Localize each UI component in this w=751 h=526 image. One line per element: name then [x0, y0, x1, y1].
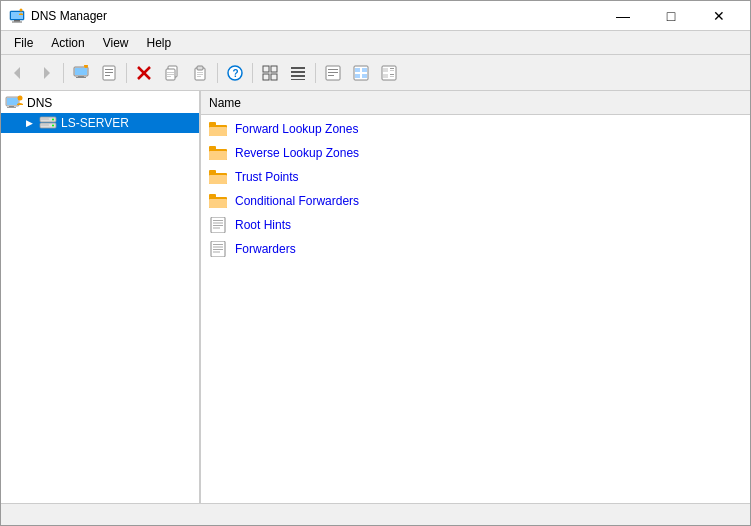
svg-rect-64: [41, 125, 49, 126]
svg-rect-14: [105, 72, 113, 73]
svg-rect-51: [383, 74, 388, 78]
svg-rect-82: [213, 220, 223, 221]
folder-icon-trust: [209, 168, 229, 186]
back-button[interactable]: [5, 60, 31, 86]
svg-rect-41: [328, 75, 334, 76]
toolbar-separator-3: [217, 63, 218, 83]
toolbar-separator-5: [315, 63, 316, 83]
list-item-root-hints[interactable]: Root Hints: [201, 213, 750, 237]
svg-rect-36: [291, 75, 305, 77]
svg-rect-30: [263, 66, 269, 72]
minimize-button[interactable]: —: [600, 2, 646, 30]
dns-root-icon: [5, 95, 23, 111]
svg-rect-44: [362, 68, 367, 72]
menu-bar: File Action View Help: [1, 31, 750, 55]
svg-rect-8: [75, 68, 87, 75]
svg-rect-3: [12, 21, 22, 22]
svg-point-60: [52, 119, 54, 121]
svg-rect-75: [209, 170, 216, 174]
svg-rect-53: [390, 76, 394, 77]
detail-panel: Name Forward Lookup Zones: [201, 91, 750, 503]
trust-points-label: Trust Points: [235, 170, 299, 184]
window-title: DNS Manager: [31, 9, 600, 23]
menu-help[interactable]: Help: [138, 33, 181, 53]
help-button[interactable]: ?: [222, 60, 248, 86]
svg-rect-43: [355, 68, 360, 72]
svg-rect-26: [197, 74, 203, 75]
svg-rect-35: [291, 71, 305, 73]
root-hints-label: Root Hints: [235, 218, 291, 232]
svg-rect-79: [209, 194, 216, 198]
content-area: DNS ▶ LS-SERVER: [1, 91, 750, 503]
server-label: LS-SERVER: [61, 116, 129, 130]
properties-button[interactable]: [96, 60, 122, 86]
forwarders-label: Forwarders: [235, 242, 296, 256]
toolbar-separator-1: [63, 63, 64, 83]
svg-rect-49: [390, 68, 394, 69]
icon-list-button-1[interactable]: [348, 60, 374, 86]
svg-rect-68: [210, 128, 226, 135]
delete-button[interactable]: [131, 60, 157, 86]
svg-rect-39: [328, 69, 338, 70]
show-node-button[interactable]: [68, 60, 94, 86]
dns-label: DNS: [27, 96, 52, 110]
maximize-button[interactable]: □: [648, 2, 694, 30]
app-window: DNS Manager — □ ✕ File Action View Help: [0, 0, 751, 526]
svg-rect-71: [209, 146, 216, 150]
list-item-reverse-lookup[interactable]: Reverse Lookup Zones: [201, 141, 750, 165]
expand-icon[interactable]: ▶: [21, 115, 37, 131]
list-item-forwarders[interactable]: Forwarders: [201, 237, 750, 261]
doc-icon-forwarders: [209, 240, 229, 258]
conditional-forwarders-label: Conditional Forwarders: [235, 194, 359, 208]
svg-rect-15: [105, 75, 110, 76]
svg-point-58: [18, 96, 23, 101]
svg-rect-85: [213, 228, 220, 229]
svg-rect-57: [7, 107, 16, 108]
svg-rect-84: [213, 225, 223, 226]
svg-rect-10: [76, 77, 86, 78]
toolbar-separator-2: [126, 63, 127, 83]
svg-rect-67: [209, 122, 216, 126]
svg-rect-76: [210, 176, 226, 183]
svg-rect-25: [197, 72, 203, 73]
svg-rect-56: [9, 106, 14, 107]
tree-node-ls-server[interactable]: ▶ LS-SERVER: [1, 113, 199, 133]
svg-rect-1: [11, 12, 23, 19]
svg-marker-6: [44, 67, 50, 79]
icon-list-button-2[interactable]: [376, 60, 402, 86]
svg-rect-90: [213, 252, 220, 253]
folder-icon-reverse: [209, 144, 229, 162]
folder-icon-conditional: [209, 192, 229, 210]
list-item-forward-lookup[interactable]: Forward Lookup Zones: [201, 117, 750, 141]
svg-rect-46: [362, 74, 367, 78]
view-list-button[interactable]: [285, 60, 311, 86]
tree-panel: DNS ▶ LS-SERVER: [1, 91, 201, 503]
app-icon: [9, 8, 25, 24]
tree-root-dns[interactable]: DNS: [1, 93, 199, 113]
svg-rect-9: [78, 76, 84, 77]
forward-button[interactable]: [33, 60, 59, 86]
list-item-trust-points[interactable]: Trust Points: [201, 165, 750, 189]
svg-rect-55: [7, 98, 18, 105]
svg-rect-24: [197, 66, 203, 70]
menu-action[interactable]: Action: [42, 33, 93, 53]
svg-rect-33: [271, 74, 277, 80]
svg-rect-50: [390, 70, 394, 71]
menu-file[interactable]: File: [5, 33, 42, 53]
list-item-conditional-forwarders[interactable]: Conditional Forwarders: [201, 189, 750, 213]
doc-icon-root-hints: [209, 216, 229, 234]
svg-marker-5: [14, 67, 20, 79]
copy-button[interactable]: [159, 60, 185, 86]
close-button[interactable]: ✕: [696, 2, 742, 30]
forward-lookup-label: Forward Lookup Zones: [235, 122, 358, 136]
svg-rect-37: [291, 79, 305, 80]
menu-view[interactable]: View: [94, 33, 138, 53]
svg-rect-27: [197, 76, 201, 77]
view-grid-button[interactable]: [257, 60, 283, 86]
svg-rect-31: [271, 66, 277, 72]
paste-button[interactable]: [187, 60, 213, 86]
svg-rect-89: [213, 249, 223, 250]
report-button[interactable]: [320, 60, 346, 86]
window-controls: — □ ✕: [600, 2, 742, 30]
toolbar-separator-4: [252, 63, 253, 83]
